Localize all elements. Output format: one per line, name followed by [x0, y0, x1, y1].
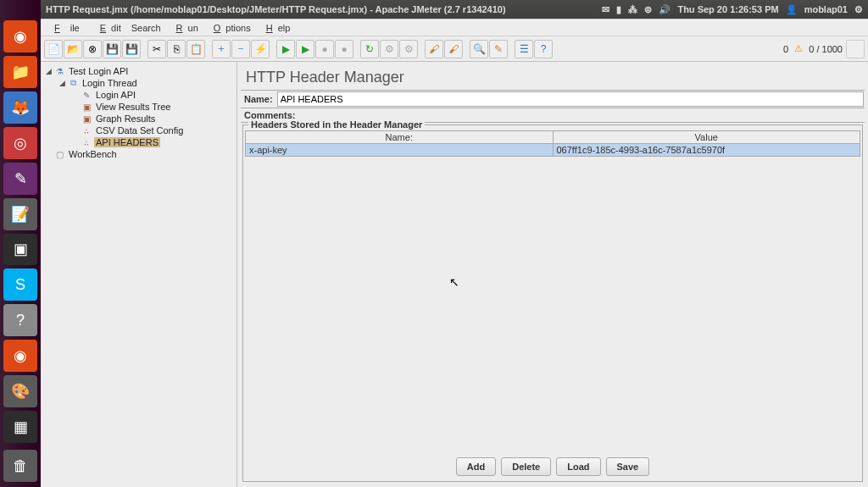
launcher-skype-icon[interactable]: S: [3, 268, 37, 301]
toggle-button[interactable]: ⚡: [251, 40, 270, 58]
start-button[interactable]: ▶: [276, 40, 295, 58]
table-row[interactable]: x-api-key 067ff1c9-185c-4993-a16c-7587a1…: [246, 144, 860, 157]
launcher-firefox-icon[interactable]: 🦊: [3, 91, 37, 124]
clear-all-button[interactable]: ⚙: [380, 40, 398, 58]
top-menu-bar: HTTP Request.jmx (/home/moblap01/Desktop…: [41, 0, 868, 19]
name-label: Name:: [241, 92, 276, 106]
warn-count: 0: [781, 44, 791, 54]
brush1-button[interactable]: 🖌: [425, 40, 443, 58]
test-plan-tree: ◢ ⚗ Test Login API ◢ ⧉ Login Thread: [41, 62, 237, 487]
mail-icon[interactable]: ✉: [602, 4, 609, 15]
jmeter-window: File Edit Search Run Options Help 📄 📂 ⊗ …: [41, 19, 868, 487]
launcher-app-icon[interactable]: ✎: [3, 163, 37, 195]
cell-value[interactable]: 067ff1c9-185c-4993-a16c-7587a1c5970f: [553, 144, 860, 157]
launcher-chrome-icon[interactable]: ◎: [3, 127, 37, 159]
save-button[interactable]: 💾: [103, 40, 121, 58]
close-button[interactable]: ⊗: [83, 40, 102, 58]
panel-title: HTTP Header Manager: [241, 65, 865, 90]
headers-table[interactable]: Name: Value x-api-key 067ff1c9-185c-4993…: [245, 130, 860, 157]
gear-icon[interactable]: ⚙: [854, 4, 863, 15]
tree-item-view-results[interactable]: ▣ View Results Tree: [71, 101, 235, 113]
help-button[interactable]: ?: [534, 40, 553, 58]
brush2-button[interactable]: 🖌: [444, 40, 463, 58]
tree-item-login-api[interactable]: ✎ Login API: [71, 89, 235, 101]
search-button[interactable]: 🔍: [470, 40, 488, 58]
user-icon[interactable]: 👤: [786, 4, 798, 15]
bluetooth-icon[interactable]: ⁂: [628, 4, 637, 15]
toolbar: 📄 📂 ⊗ 💾 💾 ✂ ⎘ 📋 ＋ － ⚡ ▶ ▶ ● ● ↻: [41, 36, 868, 62]
tree-item-graph-results[interactable]: ▣ Graph Results: [71, 113, 235, 125]
tree-item-csv[interactable]: ⛬ CSV Data Set Config: [71, 125, 235, 136]
clear-button[interactable]: ↻: [360, 40, 379, 58]
tree-toggle-icon[interactable]: ◢: [44, 67, 53, 75]
new-button[interactable]: 📄: [44, 40, 63, 58]
volume-icon[interactable]: 🔊: [659, 4, 670, 15]
launcher-terminal-icon[interactable]: ▣: [3, 234, 37, 266]
tree-item-api-headers[interactable]: ⛬ API HEADERS: [71, 136, 235, 148]
launcher-files-icon[interactable]: 📁: [3, 56, 37, 88]
gear-button[interactable]: ⚙: [399, 40, 418, 58]
flask-icon: ⚗: [53, 66, 65, 76]
col-name: Name:: [246, 131, 554, 144]
launcher-trash-icon[interactable]: 🗑: [3, 450, 37, 482]
window-title: HTTP Request.jmx (/home/moblap01/Desktop…: [46, 4, 595, 14]
launcher-ubuntu-icon[interactable]: ◉: [3, 340, 37, 372]
expand-button[interactable]: ＋: [212, 40, 231, 58]
thread-icon: ⧉: [67, 78, 79, 88]
config-icon: ⛬: [81, 137, 92, 147]
headers-fieldset: Headers Stored in the Header Manager Nam…: [242, 125, 863, 482]
copy-button[interactable]: ⎘: [167, 40, 186, 58]
cut-button[interactable]: ✂: [147, 40, 166, 58]
tree-test-plan[interactable]: ◢ ⚗ Test Login API: [44, 65, 235, 77]
menu-bar: File Edit Search Run Options Help: [41, 19, 868, 36]
sampler-icon: ✎: [81, 90, 92, 100]
wifi-icon[interactable]: ⊚: [644, 4, 652, 15]
function-button[interactable]: ☰: [515, 40, 533, 58]
stop-button[interactable]: ●: [315, 40, 334, 58]
save-headers-button[interactable]: Save: [606, 457, 650, 476]
paste-button[interactable]: 📋: [186, 40, 205, 58]
add-button[interactable]: Add: [456, 457, 496, 476]
launcher-text-icon[interactable]: 📝: [3, 198, 37, 230]
delete-button[interactable]: Delete: [501, 457, 551, 476]
menu-options[interactable]: Options: [203, 21, 256, 35]
clock[interactable]: Thu Sep 20 1:26:53 PM: [677, 4, 778, 14]
name-input[interactable]: [277, 91, 864, 107]
open-button[interactable]: 📂: [64, 40, 82, 58]
launcher-gimp-icon[interactable]: 🎨: [3, 375, 37, 407]
config-icon: ⛬: [81, 125, 92, 136]
cell-name[interactable]: x-api-key: [246, 144, 554, 157]
menu-search[interactable]: Search: [126, 21, 166, 35]
save-as-button[interactable]: 💾: [122, 40, 141, 58]
battery-icon[interactable]: ▮: [616, 4, 621, 15]
tree-workbench[interactable]: ▢ WorkBench: [44, 148, 235, 160]
load-button[interactable]: Load: [556, 457, 600, 476]
menu-run[interactable]: Run: [166, 21, 203, 35]
thread-counter: 0 / 1000: [806, 44, 845, 54]
launcher-help-icon[interactable]: ?: [3, 304, 37, 336]
graph-icon: ▣: [81, 113, 92, 124]
col-value: Value: [553, 131, 860, 144]
status-indicator: [846, 40, 865, 58]
launcher-dash-icon[interactable]: ◉: [3, 20, 37, 53]
results-icon: ▣: [81, 102, 92, 112]
warn-icon: ⚠: [792, 43, 805, 54]
collapse-button[interactable]: －: [231, 40, 250, 58]
menu-edit[interactable]: Edit: [90, 21, 126, 35]
workbench-icon: ▢: [53, 149, 65, 159]
menu-help[interactable]: Help: [256, 21, 296, 35]
launcher-workspace-icon[interactable]: ▦: [3, 411, 37, 443]
ubuntu-launcher: ◉ 📁 🦊 ◎ ✎ 📝 ▣ S ? ◉ 🎨 ▦ 🗑: [0, 0, 41, 487]
username[interactable]: moblap01: [804, 4, 848, 14]
start-remote-button[interactable]: ▶: [296, 40, 314, 58]
fieldset-legend: Headers Stored in the Header Manager: [248, 119, 425, 130]
shutdown-button[interactable]: ●: [335, 40, 353, 58]
menu-file[interactable]: File: [44, 21, 90, 35]
reset-search-button[interactable]: ✎: [489, 40, 508, 58]
tree-toggle-icon[interactable]: ◢: [58, 79, 67, 87]
content-panel: HTTP Header Manager Name: Comments: Head…: [237, 62, 868, 487]
tree-thread-group[interactable]: ◢ ⧉ Login Thread: [58, 77, 235, 89]
table-empty-area[interactable]: [245, 157, 860, 454]
